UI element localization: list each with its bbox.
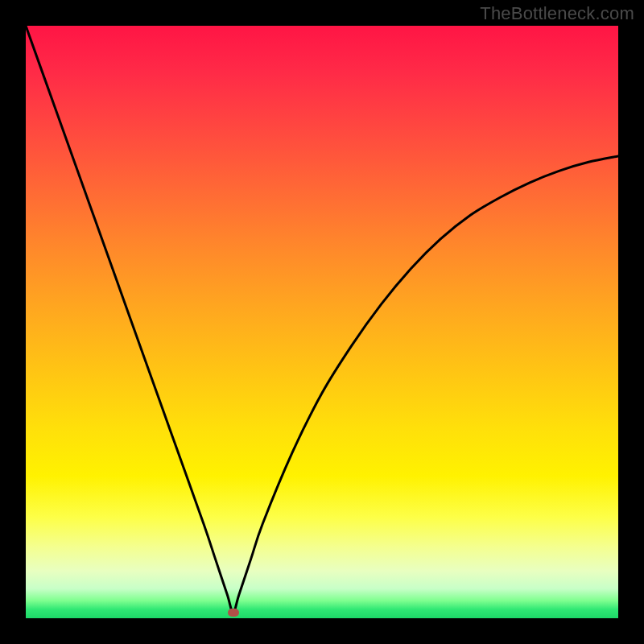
- watermark-text: TheBottleneck.com: [480, 3, 634, 24]
- optimal-point-marker: [228, 609, 239, 617]
- curve-svg: [26, 26, 618, 618]
- bottleneck-curve: [26, 26, 618, 613]
- plot-area: [26, 26, 618, 618]
